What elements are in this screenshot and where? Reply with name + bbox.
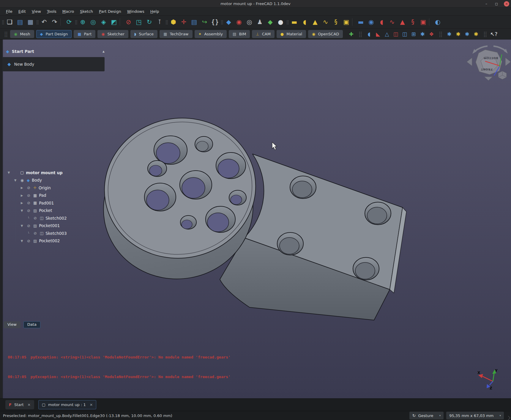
navigation-style-button[interactable]: ↻ Gesture ▾ [409,412,444,419]
toolbar-icon[interactable]: ◳ [134,17,144,27]
toolbar-icon[interactable]: ▤ [15,17,25,27]
toolbar-icon[interactable]: ∿ [320,17,331,27]
toolbar-icon[interactable]: ⊘ [123,17,134,27]
toolbar-icon[interactable]: ▤ [189,17,199,27]
toolbar-icon[interactable] [120,18,123,26]
toolbar-icon[interactable]: ✚ [347,30,356,39]
menu-item[interactable]: Sketch [77,8,96,15]
toolbar-icon[interactable]: ▲ [397,17,408,27]
view-dimensions-button[interactable]: 95,35 mm x 67,03 mm ▾ [446,412,504,419]
menu-item[interactable]: Edit [15,8,29,15]
toolbar-icon[interactable]: ⣿ [165,17,168,27]
toolbar-icon[interactable] [429,18,432,26]
toolbar-icon[interactable]: ● [275,17,286,27]
visibility-icon[interactable]: ◉ [20,178,25,183]
tree-expand-arrow[interactable]: ▼ [20,239,24,243]
toolbar-icon[interactable]: {} [210,17,220,27]
toolbar-icon[interactable]: ⣿ [356,30,365,39]
toolbar-icon[interactable]: ⣿ [1,17,4,27]
toolbar-icon[interactable]: ⟳ [64,17,74,27]
tree-expand-arrow[interactable]: └ [26,232,31,235]
toolbar-icon[interactable]: ⣿ [286,17,289,27]
toolbar-icon[interactable]: ◣ [373,30,382,39]
workbench-tab[interactable]: ● Material [277,30,306,38]
minimize-button[interactable]: – [484,1,489,7]
toolbar-icon[interactable]: ◎ [88,17,98,27]
workbench-tab[interactable]: ◉ Mesh [10,30,34,38]
toolbar-icon[interactable] [60,18,63,26]
toolbar-icon[interactable]: ◉ [366,17,376,27]
toolbar-icon[interactable]: ↶ [39,17,49,27]
toolbar-icon[interactable]: ↷ [49,17,60,27]
menu-item[interactable]: Windows [124,8,147,15]
toolbar-icon[interactable]: ◖ [299,17,310,27]
toolbar-icon[interactable]: ⊞ [409,30,418,39]
toolbar-icon[interactable]: ⣿ [480,30,489,39]
menu-item[interactable]: Tools [44,8,59,15]
toolbar-icon[interactable]: ▦ [25,17,36,27]
tree-item[interactable]: ▼ ⊘ ▨ Pocket001 [4,222,102,230]
workbench-tab[interactable]: ■ Part [74,30,95,38]
workbench-tab[interactable]: ◆ Part Design [36,30,72,38]
workbench-tab[interactable]: ◗ Surface [130,30,157,38]
toolbar-icon[interactable]: ⣿ [220,17,223,27]
toolbar-icon[interactable]: ◖ [376,17,387,27]
toolbar-icon[interactable]: ◫ [391,30,400,39]
toolbar-icon[interactable]: ↪ [199,17,210,27]
menu-item[interactable]: File [3,8,15,15]
toolbar-icon[interactable]: △ [382,30,391,39]
toolbar-icon[interactable] [352,18,355,26]
toolbar-icon[interactable]: ▬ [289,17,299,27]
visibility-icon[interactable]: ⊘ [33,216,38,220]
toolbar-icon[interactable]: ⣿ [74,17,78,27]
menu-item[interactable]: Macro [59,8,77,15]
resize-grip[interactable] [506,416,510,420]
tree-item[interactable]: ▶ ⊘ ✛ Origin [4,184,102,192]
tab-data[interactable]: Data [23,321,40,328]
toolbar-icon[interactable]: ◆ [265,17,275,27]
visibility-icon[interactable]: ⊘ [33,231,38,235]
tree-item[interactable]: └ ⊘ ◫ Sketch002 [4,214,102,222]
tree-expand-arrow[interactable]: ▼ [20,224,24,227]
dock-splitter[interactable] [2,40,3,398]
toolbar-icon[interactable]: § [408,17,418,27]
toolbar-icon[interactable]: ⣿ [436,30,445,39]
toolbar-icon[interactable]: ⣿ [36,17,39,27]
workbench-tab[interactable]: ▤ BIM [229,30,250,38]
toolbar-icon[interactable]: ✱ [445,30,454,39]
start-part-header[interactable]: ◆ Start Part ▲ [6,48,105,55]
workbench-tab[interactable]: ◉ Sketcher [97,30,128,38]
tree-item[interactable]: ▼ ⊘ ▨ Pocket [4,207,102,215]
tab-view[interactable]: View [4,321,20,328]
tree-expand-arrow[interactable]: ▼ [13,179,18,182]
close-button[interactable]: ✕ [504,1,509,7]
document-tab[interactable]: F Start ✕ [5,400,34,409]
workbench-tab[interactable]: ◉ OpenSCAD [308,30,343,38]
visibility-icon[interactable]: ⊘ [26,208,31,213]
visibility-icon[interactable]: ⊘ [26,239,31,243]
toolbar-icon[interactable]: ◆ [223,17,234,27]
toolbar-icon[interactable]: ◎ [244,17,255,27]
visibility-icon[interactable]: ⊘ [26,224,31,228]
workbench-tab[interactable]: ▦ TechDraw [160,30,192,38]
toolbar-icon[interactable]: ◉ [234,17,244,27]
toolbar-icon[interactable]: ◖ [365,30,373,39]
toolbar-icon[interactable]: ▬ [356,17,366,27]
tree-expand-arrow[interactable]: ▶ [20,194,24,197]
tree-expand-arrow[interactable]: └ [26,216,31,220]
toolbar-icon[interactable]: ◫ [400,30,409,39]
toolbar-icon[interactable]: ✱ [471,30,480,39]
toolbar-icon[interactable]: ▲ [310,17,320,27]
close-tab-icon[interactable]: ✕ [28,403,31,407]
toolbar-icon[interactable]: ◈ [98,17,109,27]
toolbar-icon[interactable]: ⬢ [168,17,179,27]
toolbar-icon[interactable]: § [331,17,341,27]
tree-item[interactable]: ▶ ⊘ ▦ Pad001 [4,199,102,207]
tree-item[interactable]: └ ⊘ ◫ Sketch003 [4,229,102,237]
toolbar-icon[interactable]: ◩ [109,17,119,27]
toolbar-icon[interactable]: ✱ [463,30,471,39]
visibility-icon[interactable]: ⊘ [26,193,31,198]
menu-item[interactable]: Help [147,8,162,15]
tree-expand-arrow[interactable]: ▶ [20,201,24,205]
workbench-tab[interactable]: ⊥ CAM [252,30,275,38]
